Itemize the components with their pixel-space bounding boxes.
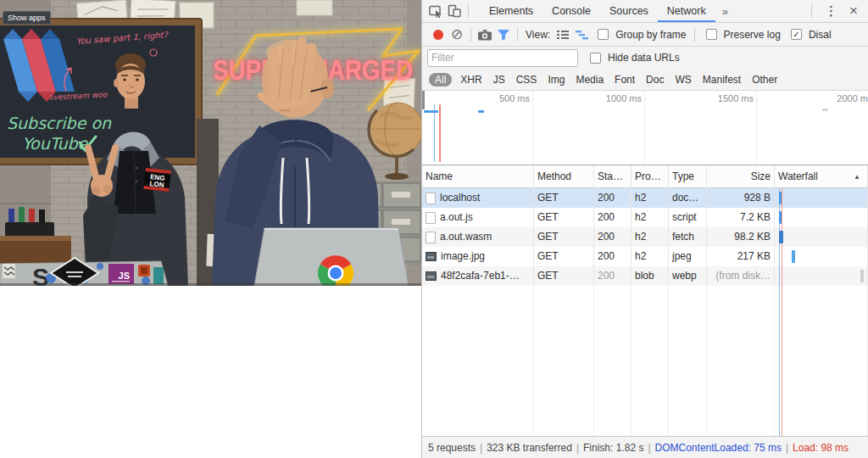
preserve-log-checkbox[interactable]: [706, 29, 717, 40]
type-filter-all[interactable]: All: [429, 73, 452, 87]
type-filter-ws[interactable]: WS: [675, 74, 691, 86]
camera-icon: [477, 29, 492, 41]
request-cell: [775, 247, 868, 266]
type-filter-manifest[interactable]: Manifest: [703, 74, 741, 86]
empty-column: [422, 286, 534, 436]
waterfall-bar: [779, 192, 782, 204]
record-button[interactable]: [429, 25, 448, 44]
device-toolbar-button[interactable]: [445, 2, 464, 20]
request-cell: 200: [594, 188, 632, 208]
request-cell: GET: [534, 247, 594, 266]
tab-sources[interactable]: Sources: [600, 0, 658, 22]
request-cell: GET: [534, 266, 594, 286]
timeline-tick-label: 2000 m: [837, 93, 868, 103]
close-devtools-button[interactable]: ×: [846, 3, 868, 20]
disable-cache-checkbox[interactable]: ✓: [791, 29, 802, 40]
waterfall-bar: [860, 270, 864, 282]
tab-elements[interactable]: Elements: [480, 0, 542, 22]
view-list-button[interactable]: [554, 25, 572, 44]
type-filter-doc[interactable]: Doc: [646, 74, 664, 86]
type-filter-font[interactable]: Font: [615, 74, 635, 86]
timeline-gridline: [756, 91, 757, 165]
group-by-frame-label[interactable]: Group by frame: [615, 29, 686, 41]
hide-data-urls-checkbox[interactable]: [590, 53, 601, 64]
finish-time: Finish: 1.82 s: [583, 442, 643, 454]
type-filter-other[interactable]: Other: [752, 74, 777, 86]
request-row-a.out.js[interactable]: a.out.jsGET200h2script7.2 KB: [422, 208, 868, 227]
chalk-subscribe-1: Subscribe on: [7, 114, 112, 132]
tab-network[interactable]: Network: [658, 0, 715, 22]
request-cell: jpeg: [669, 247, 707, 266]
column-header-type[interactable]: Type: [669, 165, 707, 187]
request-name: image.jpg: [441, 247, 485, 266]
hide-data-urls-label[interactable]: Hide data URLs: [608, 52, 680, 64]
request-row-48f2cafa7eb1[interactable]: 48f2cafa-7eb1-…GET200blobwebp(from disk…: [422, 266, 868, 286]
request-cell: script: [669, 208, 707, 227]
svg-text:JS: JS: [119, 271, 130, 281]
request-cell: GET: [534, 208, 594, 227]
tab-console[interactable]: Console: [542, 0, 600, 22]
request-cell: 200: [594, 266, 632, 286]
type-filter-css[interactable]: CSS: [516, 74, 537, 86]
list-view-icon: [556, 29, 570, 41]
request-name-cell: image.jpg: [422, 247, 534, 266]
request-name: 48f2cafa-7eb1-…: [441, 266, 520, 286]
image-icon: [426, 271, 437, 281]
request-cell: fetch: [669, 227, 707, 247]
view-timeline-button[interactable]: [572, 25, 591, 44]
column-header-name[interactable]: Name: [422, 165, 534, 187]
overview-request-mark: [822, 109, 828, 111]
devtools-tabbar: ElementsConsoleSourcesNetwork » ⋮ ×: [422, 0, 868, 23]
overview-grip[interactable]: [422, 91, 425, 109]
network-overview-timeline[interactable]: 500 ms1000 ms1500 ms2000 m: [422, 91, 868, 165]
request-cell: blob: [632, 266, 669, 286]
preserve-log-label[interactable]: Preserve log: [724, 29, 781, 41]
type-filter-xhr[interactable]: XHR: [460, 74, 481, 86]
timeline-tick-label: 1500 ms: [718, 93, 754, 103]
empty-column: [775, 286, 868, 436]
dom-content-loaded-time: DOMContentLoaded: 75 ms: [655, 442, 782, 454]
request-cell: 217 KB: [707, 247, 775, 266]
type-filter-img[interactable]: Img: [548, 74, 565, 86]
screenshot-button[interactable]: [476, 25, 494, 44]
type-filter-media[interactable]: Media: [576, 74, 604, 86]
video-still: Show apps SUPERCHARGED SUPERCHARGE: [0, 0, 421, 286]
network-summary-bar: 5 requests | 323 KB transferred | Finish…: [422, 436, 868, 458]
column-header-waterfall[interactable]: Waterfall▲: [775, 165, 868, 187]
request-cell: webp: [669, 266, 707, 286]
request-cell: h2: [632, 188, 669, 208]
column-header-sta[interactable]: Sta…: [594, 165, 632, 187]
request-cell: 7.2 KB: [707, 208, 775, 227]
divider: [694, 28, 695, 42]
image-icon: [426, 252, 437, 261]
inspect-element-button[interactable]: [426, 2, 445, 20]
group-by-frame-checkbox[interactable]: [598, 29, 609, 40]
request-row-localhost[interactable]: localhostGET200h2doc…928 B: [422, 188, 868, 208]
request-cell: 200: [594, 247, 632, 266]
filter-toggle-button[interactable]: [494, 25, 513, 44]
request-row-image.jpg[interactable]: image.jpgGET200h2jpeg217 KB: [422, 247, 868, 266]
empty-column: [534, 286, 594, 436]
request-cell: 200: [594, 227, 632, 247]
filter-input[interactable]: [427, 49, 578, 67]
overview-request-mark: [424, 110, 431, 113]
load-marker-line: [439, 104, 441, 162]
divider: [517, 28, 518, 42]
column-header-size[interactable]: Size: [707, 165, 775, 187]
load-time: Load: 98 ms: [793, 442, 849, 454]
empty-column: [707, 286, 775, 436]
request-name: a.out.wasm: [440, 227, 492, 247]
empty-column: [632, 286, 669, 436]
waterfall-bar: [779, 231, 783, 243]
check-icon: ✓: [793, 31, 799, 39]
sort-ascending-icon: ▲: [854, 173, 860, 181]
disable-cache-label[interactable]: Disal: [809, 29, 832, 41]
divider: [468, 4, 469, 18]
clear-button[interactable]: ⊘: [448, 25, 466, 44]
column-header-method[interactable]: Method: [534, 165, 594, 187]
type-filter-js[interactable]: JS: [493, 74, 505, 86]
more-tabs-button[interactable]: »: [715, 5, 735, 18]
column-header-pro[interactable]: Pro…: [632, 165, 669, 187]
devtools-menu-button[interactable]: ⋮: [816, 3, 846, 19]
request-row-a.out.wasm[interactable]: a.out.wasmGET200h2fetch98.2 KB: [422, 227, 868, 247]
